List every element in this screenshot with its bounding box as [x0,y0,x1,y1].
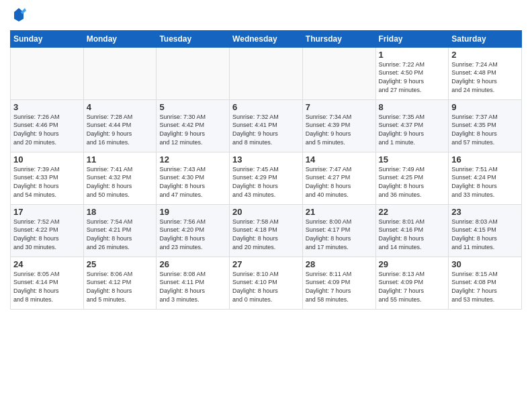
day-number: 9 [451,102,519,112]
day-number: 1 [379,50,446,60]
day-number: 19 [159,207,226,217]
calendar-cell: 18Sunrise: 7:54 AMSunset: 4:21 PMDayligh… [83,204,157,257]
day-number: 13 [232,154,300,165]
day-info: Sunrise: 7:26 AMSunset: 4:46 PMDaylight:… [13,113,81,146]
day-info: Sunrise: 8:01 AMSunset: 4:16 PMDaylight:… [379,218,446,251]
day-info: Sunrise: 8:13 AMSunset: 4:09 PMDaylight:… [379,270,446,304]
calendar-cell: 16Sunrise: 7:51 AMSunset: 4:24 PMDayligh… [449,152,522,204]
weekday-header-monday: Monday [83,30,157,47]
day-number: 2 [451,50,519,60]
day-number: 16 [451,154,519,165]
calendar-cell [11,47,84,99]
day-info: Sunrise: 8:05 AMSunset: 4:14 PMDaylight:… [13,270,81,304]
calendar-cell: 11Sunrise: 7:41 AMSunset: 4:32 PMDayligh… [83,152,157,204]
day-number: 15 [379,154,446,165]
day-number: 3 [13,102,81,112]
day-number: 23 [451,207,519,217]
calendar-cell: 26Sunrise: 8:08 AMSunset: 4:11 PMDayligh… [157,257,230,309]
calendar-cell: 17Sunrise: 7:52 AMSunset: 4:22 PMDayligh… [11,204,84,257]
calendar-cell: 24Sunrise: 8:05 AMSunset: 4:14 PMDayligh… [11,257,84,309]
day-info: Sunrise: 7:22 AMSunset: 4:50 PMDaylight:… [379,60,446,94]
day-info: Sunrise: 7:39 AMSunset: 4:33 PMDaylight:… [13,165,81,199]
day-number: 17 [13,207,81,217]
day-number: 24 [13,259,81,269]
calendar-header [10,7,522,25]
calendar-cell: 25Sunrise: 8:06 AMSunset: 4:12 PMDayligh… [83,257,157,309]
weekday-header-row: SundayMondayTuesdayWednesdayThursdayFrid… [11,30,522,47]
day-info: Sunrise: 7:35 AMSunset: 4:37 PMDaylight:… [379,113,446,146]
calendar-cell: 14Sunrise: 7:47 AMSunset: 4:27 PMDayligh… [302,152,375,204]
day-number: 28 [306,259,373,269]
calendar-cell: 2Sunrise: 7:24 AMSunset: 4:48 PMDaylight… [449,47,522,99]
day-info: Sunrise: 7:49 AMSunset: 4:25 PMDaylight:… [379,165,446,199]
calendar-cell: 3Sunrise: 7:26 AMSunset: 4:46 PMDaylight… [11,99,84,152]
calendar-cell: 9Sunrise: 7:37 AMSunset: 4:35 PMDaylight… [449,99,522,152]
calendar-cell: 13Sunrise: 7:45 AMSunset: 4:29 PMDayligh… [230,152,303,204]
day-info: Sunrise: 8:06 AMSunset: 4:12 PMDaylight:… [87,270,154,304]
day-info: Sunrise: 8:08 AMSunset: 4:11 PMDaylight:… [159,270,226,304]
calendar-cell: 4Sunrise: 7:28 AMSunset: 4:44 PMDaylight… [83,99,157,152]
day-number: 6 [232,102,300,112]
calendar-cell: 15Sunrise: 7:49 AMSunset: 4:25 PMDayligh… [375,152,449,204]
day-info: Sunrise: 7:43 AMSunset: 4:30 PMDaylight:… [159,165,226,199]
day-info: Sunrise: 7:34 AMSunset: 4:39 PMDaylight:… [306,113,373,146]
weekday-header-thursday: Thursday [302,30,375,47]
day-number: 8 [379,102,446,112]
calendar-container: SundayMondayTuesdayWednesdayThursdayFrid… [0,0,532,316]
calendar-cell: 28Sunrise: 8:11 AMSunset: 4:09 PMDayligh… [302,257,375,309]
day-number: 12 [159,154,226,165]
calendar-cell: 27Sunrise: 8:10 AMSunset: 4:10 PMDayligh… [230,257,303,309]
calendar-cell: 21Sunrise: 8:00 AMSunset: 4:17 PMDayligh… [302,204,375,257]
day-info: Sunrise: 7:24 AMSunset: 4:48 PMDaylight:… [451,60,519,94]
day-info: Sunrise: 8:10 AMSunset: 4:10 PMDaylight:… [232,270,300,304]
calendar-cell: 5Sunrise: 7:30 AMSunset: 4:42 PMDaylight… [157,99,230,152]
day-info: Sunrise: 7:56 AMSunset: 4:20 PMDaylight:… [159,218,226,251]
day-number: 20 [232,207,300,217]
day-info: Sunrise: 8:15 AMSunset: 4:08 PMDaylight:… [451,270,519,304]
day-number: 11 [87,154,154,165]
calendar-week-1: 1Sunrise: 7:22 AMSunset: 4:50 PMDaylight… [11,47,522,99]
calendar-week-2: 3Sunrise: 7:26 AMSunset: 4:46 PMDaylight… [11,99,522,152]
day-info: Sunrise: 7:51 AMSunset: 4:24 PMDaylight:… [451,165,519,199]
weekday-header-saturday: Saturday [449,30,522,47]
calendar-cell: 1Sunrise: 7:22 AMSunset: 4:50 PMDaylight… [375,47,449,99]
day-number: 30 [451,259,519,269]
day-info: Sunrise: 7:41 AMSunset: 4:32 PMDaylight:… [87,165,154,199]
calendar-table: SundayMondayTuesdayWednesdayThursdayFrid… [10,30,522,310]
calendar-week-3: 10Sunrise: 7:39 AMSunset: 4:33 PMDayligh… [11,152,522,204]
logo [10,7,26,25]
day-number: 22 [379,207,446,217]
day-number: 18 [87,207,154,217]
day-info: Sunrise: 7:54 AMSunset: 4:21 PMDaylight:… [87,218,154,251]
day-info: Sunrise: 7:28 AMSunset: 4:44 PMDaylight:… [87,113,154,146]
calendar-week-5: 24Sunrise: 8:05 AMSunset: 4:14 PMDayligh… [11,257,522,309]
day-info: Sunrise: 7:47 AMSunset: 4:27 PMDaylight:… [306,165,373,199]
day-info: Sunrise: 8:00 AMSunset: 4:17 PMDaylight:… [306,218,373,251]
calendar-cell: 6Sunrise: 7:32 AMSunset: 4:41 PMDaylight… [230,99,303,152]
calendar-cell: 19Sunrise: 7:56 AMSunset: 4:20 PMDayligh… [157,204,230,257]
weekday-header-wednesday: Wednesday [230,30,303,47]
day-number: 4 [87,102,154,112]
calendar-cell: 30Sunrise: 8:15 AMSunset: 4:08 PMDayligh… [449,257,522,309]
weekday-header-sunday: Sunday [11,30,84,47]
calendar-cell [83,47,157,99]
day-info: Sunrise: 7:45 AMSunset: 4:29 PMDaylight:… [232,165,300,199]
calendar-cell: 7Sunrise: 7:34 AMSunset: 4:39 PMDaylight… [302,99,375,152]
day-number: 5 [159,102,226,112]
day-number: 7 [306,102,373,112]
day-number: 21 [306,207,373,217]
calendar-cell: 22Sunrise: 8:01 AMSunset: 4:16 PMDayligh… [375,204,449,257]
logo-icon [11,7,26,21]
calendar-cell: 8Sunrise: 7:35 AMSunset: 4:37 PMDaylight… [375,99,449,152]
day-info: Sunrise: 8:11 AMSunset: 4:09 PMDaylight:… [306,270,373,304]
day-number: 14 [306,154,373,165]
day-info: Sunrise: 7:58 AMSunset: 4:18 PMDaylight:… [232,218,300,251]
calendar-cell [302,47,375,99]
weekday-header-tuesday: Tuesday [157,30,230,47]
calendar-cell: 10Sunrise: 7:39 AMSunset: 4:33 PMDayligh… [11,152,84,204]
day-info: Sunrise: 8:03 AMSunset: 4:15 PMDaylight:… [451,218,519,251]
day-number: 26 [159,259,226,269]
calendar-cell: 23Sunrise: 8:03 AMSunset: 4:15 PMDayligh… [449,204,522,257]
weekday-header-friday: Friday [375,30,449,47]
day-number: 27 [232,259,300,269]
